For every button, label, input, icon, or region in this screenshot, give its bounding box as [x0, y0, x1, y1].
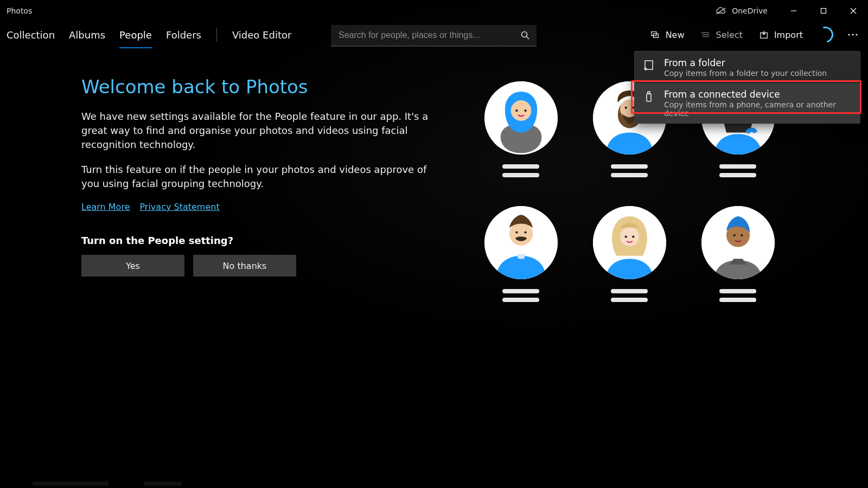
usb-device-icon — [642, 91, 656, 105]
svg-point-28 — [524, 231, 526, 233]
prompt-buttons: Yes No thanks — [81, 255, 429, 277]
yes-button[interactable]: Yes — [81, 255, 184, 277]
new-button[interactable]: New — [648, 27, 687, 43]
svg-rect-38 — [647, 94, 651, 101]
svg-point-14 — [510, 100, 531, 121]
svg-point-5 — [522, 32, 527, 37]
name-placeholder — [502, 164, 539, 177]
loading-spinner-icon — [814, 24, 837, 46]
search-box[interactable] — [331, 25, 537, 47]
select-icon — [701, 30, 711, 40]
window-shadow — [33, 481, 108, 486]
avatar-woman-hijab — [484, 81, 558, 155]
svg-point-19 — [624, 106, 627, 108]
window-controls: OneDrive — [716, 0, 868, 22]
more-button[interactable] — [845, 30, 860, 40]
cloud-off-icon — [716, 7, 727, 15]
name-placeholder — [611, 164, 648, 177]
svg-point-12 — [856, 34, 857, 35]
onedrive-status[interactable]: OneDrive — [716, 7, 768, 15]
avatar-cell — [467, 206, 575, 331]
no-thanks-button[interactable]: No thanks — [193, 255, 296, 277]
avatar-cell — [684, 206, 792, 331]
tab-folders[interactable]: Folders — [166, 26, 201, 44]
window-minimize-button[interactable] — [778, 0, 808, 22]
svg-point-27 — [515, 231, 518, 233]
select-label: Select — [716, 30, 743, 40]
svg-point-26 — [509, 222, 532, 246]
import-from-device[interactable]: From a connected device Copy items from … — [635, 83, 860, 123]
svg-rect-37 — [645, 61, 653, 69]
search-input[interactable] — [337, 30, 520, 41]
people-welcome-panel: Welcome back to Photos We have new setti… — [81, 76, 429, 277]
titlebar: Photos OneDrive — [0, 0, 868, 22]
tab-collection[interactable]: Collection — [7, 26, 55, 44]
window-close-button[interactable] — [838, 0, 868, 22]
onedrive-label: OneDrive — [732, 7, 768, 15]
svg-point-30 — [620, 227, 639, 246]
menu-item-title: From a folder — [664, 57, 827, 69]
avatar-cell — [575, 206, 684, 331]
tab-people[interactable]: People — [119, 26, 152, 44]
menu-item-subtitle: Copy items from a phone, camera or anoth… — [664, 100, 852, 118]
avatar-man-mustache — [484, 206, 558, 279]
info-links: Learn More Privacy Statement — [81, 202, 429, 212]
import-menu: From a folder Copy items from a folder t… — [634, 51, 860, 124]
svg-point-32 — [632, 236, 634, 238]
import-from-folder[interactable]: From a folder Copy items from a folder t… — [635, 52, 860, 83]
privacy-link[interactable]: Privacy Statement — [139, 202, 219, 212]
menu-item-subtitle: Copy items from a folder to your collect… — [664, 69, 827, 78]
description-1: We have new settings available for the P… — [81, 110, 429, 152]
tab-separator — [216, 28, 217, 42]
svg-point-15 — [515, 110, 518, 112]
photos-app: Photos OneDrive Collection Albums Peo — [0, 0, 868, 488]
name-placeholder — [611, 289, 648, 302]
new-label: New — [666, 30, 685, 40]
tab-albums[interactable]: Albums — [69, 26, 105, 44]
svg-point-10 — [848, 34, 850, 35]
name-placeholder — [719, 164, 756, 177]
import-icon — [759, 30, 769, 40]
svg-point-11 — [852, 34, 853, 35]
avatar-woman-blonde — [593, 206, 666, 279]
svg-point-35 — [733, 234, 735, 236]
toolbar: Collection Albums People Folders Video E… — [0, 22, 868, 48]
nav-tabs: Collection Albums People Folders Video E… — [7, 26, 291, 44]
new-icon — [650, 30, 660, 40]
tab-video-editor[interactable]: Video Editor — [232, 26, 291, 44]
learn-more-link[interactable]: Learn More — [81, 202, 130, 212]
headline: Welcome back to Photos — [81, 76, 429, 98]
description-2: Turn this feature on if the people in yo… — [81, 163, 429, 191]
select-button[interactable]: Select — [699, 27, 745, 43]
ellipsis-icon — [847, 33, 858, 36]
svg-point-31 — [624, 236, 627, 238]
svg-point-36 — [741, 234, 743, 236]
svg-rect-2 — [821, 9, 826, 14]
import-label: Import — [774, 30, 803, 40]
menu-item-title: From a connected device — [664, 88, 852, 100]
prompt-label: Turn on the People setting? — [81, 235, 429, 246]
window-maximize-button[interactable] — [808, 0, 838, 22]
toolbar-actions: New Select Import — [648, 22, 860, 48]
name-placeholder — [502, 289, 539, 302]
name-placeholder — [719, 289, 756, 302]
import-button[interactable]: Import — [757, 27, 805, 43]
app-title: Photos — [7, 7, 32, 15]
folder-add-icon — [642, 59, 656, 73]
avatar-cell — [467, 81, 575, 206]
svg-point-16 — [524, 110, 526, 112]
svg-line-6 — [527, 37, 529, 40]
search-icon[interactable] — [520, 30, 530, 40]
svg-rect-39 — [648, 92, 650, 94]
avatar-woman-blue-hair — [701, 206, 775, 279]
window-shadow — [144, 481, 182, 486]
